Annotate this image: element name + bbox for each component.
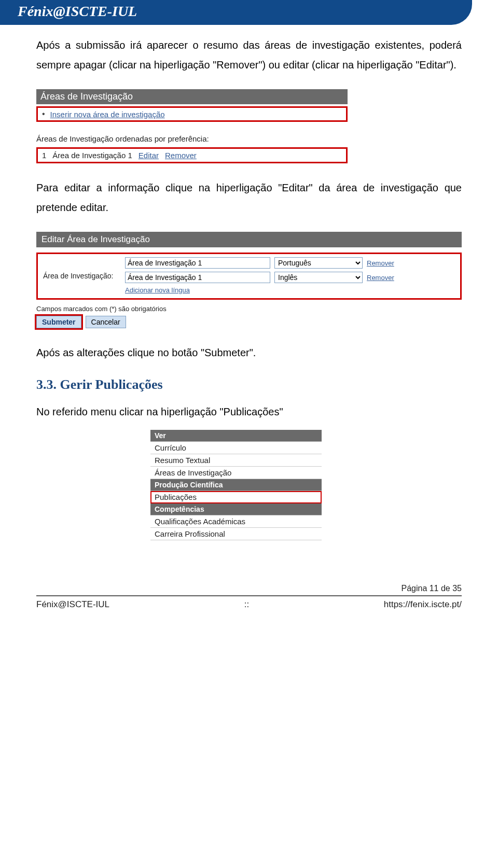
areas-ordered-label: Áreas de Investigação ordenadas por pref…	[36, 134, 348, 143]
section-3-3-heading: 3.3. Gerir Publicações	[36, 377, 462, 393]
required-fields-note: Campos marcados com (*) são obrigatórios	[36, 305, 462, 313]
menu-item-qualificacoes[interactable]: Qualificações Académicas	[150, 515, 322, 528]
menu-item-resumo[interactable]: Resumo Textual	[150, 454, 322, 467]
paragraph-4: No referido menu clicar na hiperligação …	[36, 402, 462, 422]
menu-item-publicacoes[interactable]: Publicações	[150, 491, 322, 503]
area-name-input-1[interactable]	[125, 257, 270, 269]
cancel-button[interactable]: Cancelar	[86, 316, 126, 328]
area-row1-remove-link[interactable]: Remover	[367, 259, 455, 267]
paragraph-2: Para editar a informação clique na hiper…	[36, 178, 462, 217]
footer-divider	[36, 595, 462, 596]
paragraph-3: Após as alterações clique no botão "Subm…	[36, 343, 462, 362]
area-lang-select-1[interactable]: Português	[274, 257, 363, 269]
edit-area-titlebar: Editar Área de Investigação	[36, 232, 462, 247]
footer: Página 11 de 35 Fénix@ISCTE-IUL :: https…	[0, 584, 498, 610]
footer-line: Fénix@ISCTE-IUL :: https://fenix.iscte.p…	[36, 599, 462, 610]
areas-titlebar: Áreas de Investigação	[36, 89, 348, 104]
edit-area-buttons: Submeter Cancelar	[36, 316, 462, 328]
area-row2-remove-link[interactable]: Remover	[367, 274, 455, 282]
area-row-num: 1	[42, 151, 46, 160]
footer-left: Fénix@ISCTE-IUL	[36, 599, 109, 610]
paragraph-1: Após a submissão irá aparecer o resumo d…	[36, 35, 462, 75]
menu-group-competencias-head: Competências	[150, 503, 322, 515]
footer-right: https://fenix.iscte.pt/	[384, 599, 462, 610]
bullet-icon: •	[42, 109, 45, 119]
area-row-name: Área de Investigação 1	[52, 151, 132, 160]
page-number: Página 11 de 35	[36, 584, 462, 593]
area-lang-select-2[interactable]: Inglês	[274, 272, 363, 283]
area-field-label: Área de Investigação:	[43, 272, 121, 280]
edit-area-form: Área de Investigação: Português Remover …	[36, 253, 462, 300]
brand-text: Fénix@ISCTE-IUL	[18, 3, 137, 19]
figure-edit-area: Editar Área de Investigação Área de Inve…	[36, 232, 462, 328]
menu-group-producao-head: Produção Científica	[150, 479, 322, 491]
add-language-link[interactable]: Adicionar nova língua	[125, 286, 270, 294]
menu-group-ver-head: Ver	[150, 430, 322, 442]
footer-mid: ::	[244, 599, 249, 610]
insert-area-link[interactable]: Inserir nova área de investigação	[50, 110, 165, 119]
menu-item-carreira[interactable]: Carreira Profissional	[150, 528, 322, 540]
menu-item-areas[interactable]: Áreas de Investigação	[150, 467, 322, 479]
figure-side-menu: Ver Currículo Resumo Textual Áreas de In…	[150, 430, 322, 540]
area-row-1: 1 Área de Investigação 1 Editar Remover	[36, 147, 348, 163]
area-row-edit-link[interactable]: Editar	[139, 151, 159, 160]
area-name-input-2[interactable]	[125, 272, 270, 283]
insert-area-row[interactable]: • Inserir nova área de investigação	[36, 106, 348, 122]
figure-areas-list: Áreas de Investigação • Inserir nova áre…	[36, 89, 348, 163]
area-row-remove-link[interactable]: Remover	[165, 151, 197, 160]
menu-item-curriculo[interactable]: Currículo	[150, 442, 322, 454]
submit-button[interactable]: Submeter	[36, 316, 81, 328]
page-content: Após a submissão irá aparecer o resumo d…	[0, 25, 498, 563]
header-banner: Fénix@ISCTE-IUL	[0, 0, 472, 25]
